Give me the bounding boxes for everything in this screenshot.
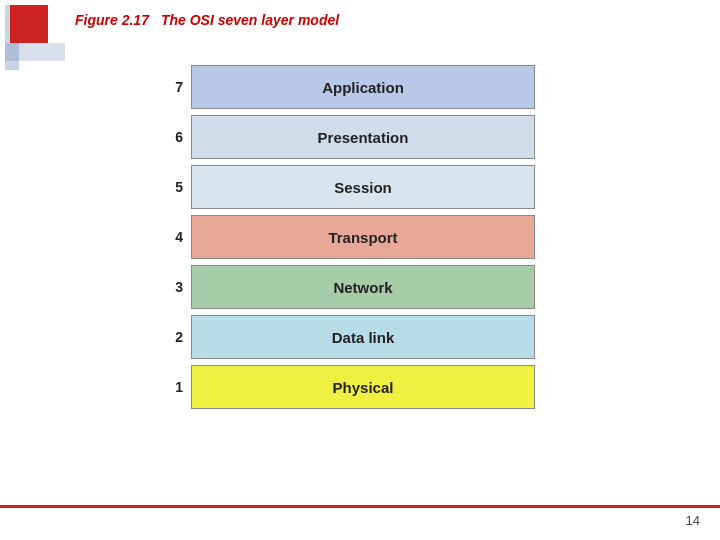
- osi-layer-row: 4Transport: [155, 215, 535, 259]
- osi-layer-row: 3Network: [155, 265, 535, 309]
- osi-diagram: 7Application6Presentation5Session4Transp…: [155, 65, 535, 415]
- layer-box-transport: Transport: [191, 215, 535, 259]
- osi-layer-row: 7Application: [155, 65, 535, 109]
- bottom-line: [0, 505, 720, 508]
- figure-label: Figure 2.17: [75, 12, 149, 28]
- layer-box-session: Session: [191, 165, 535, 209]
- layer-box-network: Network: [191, 265, 535, 309]
- layer-number: 7: [155, 79, 183, 95]
- layer-box-physical: Physical: [191, 365, 535, 409]
- osi-layer-row: 5Session: [155, 165, 535, 209]
- osi-layer-row: 1Physical: [155, 365, 535, 409]
- corner-decoration: [0, 0, 70, 70]
- figure-title: The OSI seven layer model: [161, 12, 339, 28]
- page-number: 14: [686, 513, 700, 528]
- layer-box-presentation: Presentation: [191, 115, 535, 159]
- osi-layer-row: 2Data link: [155, 315, 535, 359]
- osi-layer-row: 6Presentation: [155, 115, 535, 159]
- layer-number: 4: [155, 229, 183, 245]
- slide-header: Figure 2.17 The OSI seven layer model: [75, 12, 339, 28]
- layer-number: 2: [155, 329, 183, 345]
- layer-number: 3: [155, 279, 183, 295]
- layer-box-data-link: Data link: [191, 315, 535, 359]
- layer-number: 5: [155, 179, 183, 195]
- layer-number: 6: [155, 129, 183, 145]
- layer-number: 1: [155, 379, 183, 395]
- layer-box-application: Application: [191, 65, 535, 109]
